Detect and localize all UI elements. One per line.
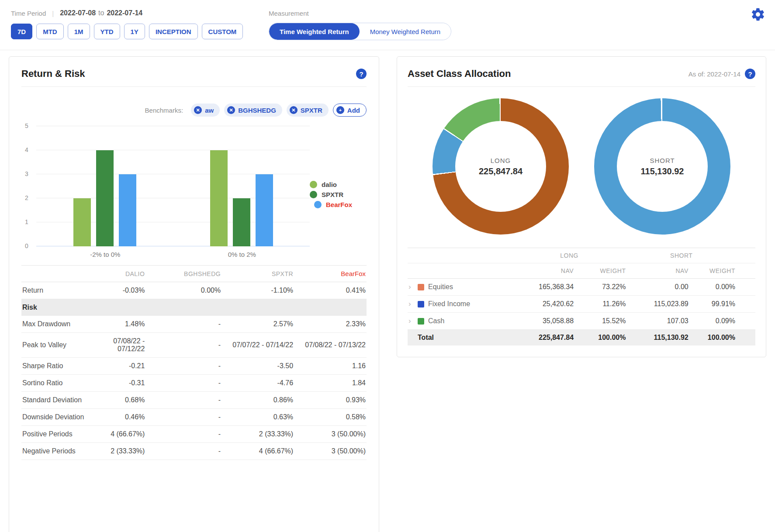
legend-label: dalio [322,181,337,188]
bar-dalio[interactable] [210,150,228,246]
metric-value: 4 (66.67%) [221,443,294,460]
metric-value: - [145,426,221,443]
x-category-label: -2% to 0% [90,251,120,258]
donut-short[interactable]: SHORT115,130.92 [594,98,730,235]
measurement-toggle: Time Weighted ReturnMoney Weighted Retur… [269,23,451,40]
benchmark-chip-aw[interactable]: ✕aw [191,104,220,117]
allocation-value: 11.26% [574,296,626,313]
legend-item-bearfox[interactable]: BearFox [310,201,367,208]
metric-value: -0.03% [97,282,146,299]
donut-center: SHORT115,130.92 [617,121,708,212]
group-header-long: LONG [512,248,627,263]
bar-dalio[interactable] [73,198,91,246]
return-distribution-chart: 012345 dalioSPXTRBearFox [21,126,367,246]
sub-header-weight: WEIGHT [574,263,626,279]
metric-value: - [145,375,221,392]
expand-row-icon[interactable]: › [408,317,414,325]
expand-row-icon[interactable]: › [408,300,414,308]
period-button-inception[interactable]: INCEPTION [149,24,198,39]
asset-allocation-title: Asset Class Allocation [408,68,511,79]
bar-spxtr[interactable] [96,150,114,246]
settings-gear-icon[interactable] [751,7,765,22]
period-button-ytd[interactable]: YTD [94,24,120,39]
measurement-option-time-weighted-return[interactable]: Time Weighted Return [269,23,360,40]
allocation-value: 0.09% [689,313,755,330]
period-buttons: 7DMTD1MYTD1YINCEPTIONCUSTOM [11,24,269,39]
bar-group-1 [73,126,136,246]
table-row: Sortino Ratio-0.31--4.761.84 [21,375,367,392]
plus-icon: + [336,106,344,114]
legend-dot-icon [314,201,322,208]
remove-benchmark-icon[interactable]: ✕ [290,106,298,114]
help-icon[interactable]: ? [745,69,755,79]
metric-name: Max Drawdown [21,316,97,333]
period-button-7d[interactable]: 7D [11,24,32,39]
bar-group-2 [210,126,273,246]
allocation-donuts: LONG225,847.84SHORT115,130.92 [408,87,755,248]
measurement-option-money-weighted-return[interactable]: Money Weighted Return [360,23,451,40]
y-tick-label: 3 [25,170,28,177]
allocation-value: 115,023.89 [626,296,689,313]
bar-spxtr[interactable] [233,198,250,246]
return-risk-table: DALIOBGHSHEDGSPXTRBearFox Return-0.03%0.… [21,265,367,460]
metric-name: Negative Periods [21,443,97,460]
top-bar: Time Period | 2022-07-08to2022-07-14 7DM… [0,0,775,50]
bar-bearfox[interactable] [256,174,273,246]
metric-value: -1.10% [221,282,294,299]
period-button-1m[interactable]: 1M [68,24,90,39]
asset-class-name: Equities [428,283,453,291]
metric-name: Positive Periods [21,426,97,443]
chart-category-labels: -2% to 0%0% to 2% [36,251,310,258]
metric-name: Sortino Ratio [21,375,97,392]
allocation-value: 35,058.88 [512,313,574,330]
metric-value: - [145,443,221,460]
total-row: Total225,847.84100.00%115,130.92100.00% [408,330,755,346]
return-risk-title: Return & Risk [21,68,85,79]
rr-column-header: DALIO [97,266,146,282]
allocation-value: 73.22% [574,279,626,296]
metric-name: Downside Deviation [21,409,97,426]
legend-item-dalio[interactable]: dalio [310,181,367,188]
empty-header [408,263,512,279]
asset-class-color-icon [418,301,424,307]
asset-class-color-icon [418,318,424,325]
add-benchmark-button[interactable]: +Add [333,104,367,117]
remove-benchmark-icon[interactable]: ✕ [227,106,235,114]
help-icon[interactable]: ? [356,69,367,79]
time-period-value: 2022-07-08to2022-07-14 [60,9,142,17]
metric-value: 07/08/22 - 07/12/22 [97,333,146,358]
metric-value: 2 (33.33%) [221,426,294,443]
section-label: Risk [21,299,367,316]
bar-bearfox[interactable] [119,174,136,246]
metric-value: 2 (33.33%) [97,443,146,460]
remove-benchmark-icon[interactable]: ✕ [194,106,202,114]
metric-value: 07/08/22 - 07/13/22 [294,333,367,358]
benchmarks-row: Benchmarks: ✕aw✕BGHSHEDG✕SPXTR+Add [21,104,367,117]
benchmark-chip-label: BGHSHEDG [238,107,276,114]
bar-chart-plot: 012345 [36,126,310,246]
table-row: Return-0.03%0.00%-1.10%0.41% [21,282,367,299]
benchmark-chip-bghshedg[interactable]: ✕BGHSHEDG [224,104,282,117]
rr-column-header: BGHSHEDG [145,266,221,282]
total-value: 100.00% [689,330,755,346]
period-button-1y[interactable]: 1Y [124,24,145,39]
divider: | [52,10,54,17]
benchmark-chips: ✕aw✕BGHSHEDG✕SPXTR+Add [191,104,367,117]
expand-row-icon[interactable]: › [408,283,414,291]
metric-value: 4 (66.67%) [97,426,146,443]
metric-value: - [145,333,221,358]
legend-item-spxtr[interactable]: SPXTR [310,191,367,198]
allocation-value: 0.00 [626,279,689,296]
period-button-custom[interactable]: CUSTOM [202,24,243,39]
sub-header-nav: NAV [626,263,689,279]
donut-long[interactable]: LONG225,847.84 [432,98,569,235]
table-row: Peak to Valley07/08/22 - 07/12/22-07/07/… [21,333,367,358]
metric-value: -0.31 [97,375,146,392]
benchmark-chip-spxtr[interactable]: ✕SPXTR [287,104,329,117]
metric-value: -4.76 [221,375,294,392]
legend-dot-icon [310,191,317,198]
total-label: Total [408,330,512,346]
metric-value: 0.93% [294,392,367,409]
period-button-mtd[interactable]: MTD [36,24,64,39]
table-row: Max Drawdown1.48%-2.57%2.33% [21,316,367,333]
